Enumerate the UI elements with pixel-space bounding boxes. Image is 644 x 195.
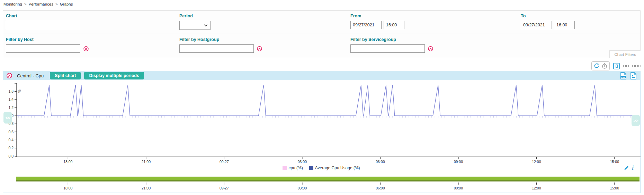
svg-text:09-27: 09-27 — [220, 160, 229, 164]
svg-text:15:00: 15:00 — [610, 160, 619, 164]
remove-chart-icon[interactable] — [7, 73, 12, 78]
svg-text:12:00: 12:00 — [532, 160, 541, 164]
svg-text:1.2: 1.2 — [8, 105, 14, 110]
chart-filter-input[interactable] — [6, 21, 80, 29]
from-time-input[interactable] — [384, 21, 404, 29]
clear-servicegroup-filter-icon[interactable] — [428, 46, 433, 51]
svg-text:21:00: 21:00 — [142, 186, 151, 190]
svg-text:09:00: 09:00 — [454, 160, 463, 164]
breadcrumb-separator: > — [24, 2, 27, 6]
to-date-input[interactable] — [521, 21, 552, 29]
filter-row-divider — [3, 34, 640, 34]
timeline-selection-bar[interactable] — [16, 177, 639, 181]
svg-text:1.6: 1.6 — [8, 89, 14, 93]
layout-three-columns-button[interactable] — [632, 65, 641, 67]
display-multiple-periods-button[interactable]: Display multiple periods — [84, 72, 144, 79]
svg-text:15:00: 15:00 — [610, 186, 619, 190]
legend-label: cpu (%) — [288, 166, 303, 170]
pan-right-button[interactable]: >> — [632, 115, 640, 126]
layout-two-columns-button[interactable] — [623, 65, 629, 67]
chart-filters-panel: Chart Period From To — [3, 10, 641, 58]
chart-filter-label: Chart — [6, 14, 80, 18]
to-time-input[interactable] — [554, 21, 575, 29]
breadcrumb-separator: > — [55, 2, 58, 6]
breadcrumb-item[interactable]: Monitoring — [3, 2, 22, 6]
hostgroup-filter-field: Filter by Hostgroup — [179, 37, 262, 53]
legend-swatch — [309, 166, 313, 170]
svg-text:03:00: 03:00 — [298, 160, 307, 164]
csv-icon-label: csv — [621, 76, 625, 78]
servicegroup-filter-field: Filter by Servicegroup — [350, 37, 433, 53]
svg-text:12:00: 12:00 — [532, 186, 541, 190]
hostgroup-filter-label: Filter by Hostgroup — [179, 37, 262, 42]
to-label: To — [521, 14, 575, 18]
edit-pencil-icon[interactable] — [624, 166, 629, 170]
legend-swatch — [283, 166, 287, 170]
svg-text:21:00: 21:00 — [142, 160, 151, 164]
legend-item[interactable]: Average Cpu Usage (%) — [309, 166, 360, 170]
export-csv-icon[interactable]: csv — [620, 72, 627, 79]
breadcrumb: Monitoring>Performances>Graphs — [3, 2, 73, 6]
host-filter-label: Filter by Host — [6, 37, 89, 42]
legend-item[interactable]: cpu (%) — [283, 166, 303, 170]
split-chart-button[interactable]: Split chart — [50, 72, 81, 79]
svg-text:%: % — [18, 90, 21, 93]
from-field: From — [350, 14, 404, 29]
from-label: From — [350, 14, 404, 18]
svg-text:09-27: 09-27 — [220, 186, 229, 190]
single-chart-glyph — [616, 65, 618, 68]
legend-tools: i — [624, 165, 634, 171]
clear-hostgroup-filter-icon[interactable] — [257, 46, 262, 51]
square-glyph — [632, 65, 635, 67]
layout-single-column-button[interactable] — [613, 63, 620, 69]
auto-refresh-timer-icon[interactable] — [602, 63, 607, 69]
svg-text:03:00: 03:00 — [298, 186, 307, 190]
svg-text:18:00: 18:00 — [63, 160, 72, 164]
svg-text:18:00: 18:00 — [63, 186, 72, 190]
chart-legend: cpu (%)Average Cpu Usage (%) — [16, 166, 627, 170]
chart-filters-tab[interactable]: Chart Filters — [609, 50, 641, 58]
graph-toolbar — [591, 61, 641, 70]
svg-text:06:00: 06:00 — [376, 160, 385, 164]
svg-text:0.0: 0.0 — [8, 154, 14, 158]
performance-graphs-page: Monitoring>Performances>Graphs Chart Per… — [0, 0, 644, 195]
square-glyph — [638, 65, 641, 67]
breadcrumb-item[interactable]: Performances — [28, 2, 53, 6]
refresh-group — [591, 61, 610, 70]
square-glyph — [623, 65, 626, 67]
info-icon[interactable]: i — [632, 165, 634, 171]
host-filter-field: Filter by Host — [6, 37, 89, 53]
pan-left-button[interactable]: << — [3, 112, 12, 124]
svg-text:0.2: 0.2 — [8, 146, 14, 150]
hostgroup-filter-input[interactable] — [179, 44, 254, 53]
svg-text:1.4: 1.4 — [8, 97, 14, 101]
chart-filter-field: Chart — [6, 14, 80, 29]
square-glyph — [626, 65, 629, 67]
svg-text:09:00: 09:00 — [454, 186, 463, 190]
period-field: Period — [179, 14, 211, 30]
svg-text:0.6: 0.6 — [8, 130, 14, 134]
period-select[interactable] — [179, 21, 211, 30]
period-label: Period — [179, 14, 211, 18]
export-image-icon[interactable] — [630, 72, 637, 79]
svg-text:0.4: 0.4 — [8, 138, 14, 142]
breadcrumb-item[interactable]: Graphs — [60, 2, 73, 6]
servicegroup-filter-label: Filter by Servicegroup — [350, 37, 433, 42]
servicegroup-filter-input[interactable] — [350, 44, 425, 53]
legend-label: Average Cpu Usage (%) — [315, 166, 360, 170]
refresh-icon[interactable] — [594, 63, 599, 69]
svg-text:06:00: 06:00 — [376, 186, 385, 190]
to-field: To — [521, 14, 575, 29]
host-filter-input[interactable] — [6, 44, 80, 53]
chevron-down-icon — [204, 24, 208, 27]
clear-host-filter-icon[interactable] — [83, 46, 89, 51]
square-glyph — [635, 65, 638, 67]
from-date-input[interactable] — [350, 21, 382, 29]
chart-title: Central - Cpu — [17, 73, 44, 78]
